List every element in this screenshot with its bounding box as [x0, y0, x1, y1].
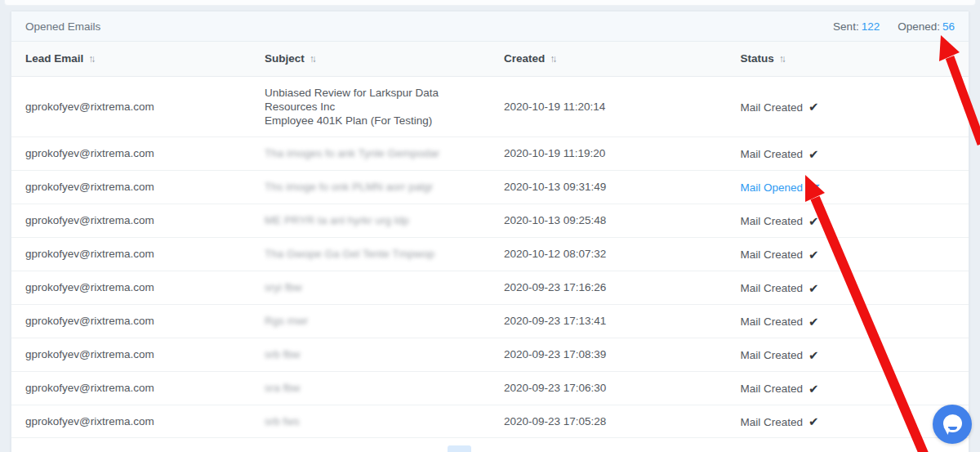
table-body: gprokofyev@rixtrema.com Unbiased Review … [11, 77, 969, 438]
subject-cell: sra fbw [251, 371, 490, 405]
sent-label: Sent: [833, 20, 859, 33]
table-row: gprokofyev@rixtrema.com Ths imoge fo onk… [11, 170, 969, 204]
subject-cell: Unbiased Review for Larkspur Data Resour… [251, 77, 490, 137]
column-header-created[interactable]: Created↑↓ [490, 42, 726, 77]
status-label: Mail Created [740, 101, 803, 113]
created-cell: 2020-10-19 11:19:20 [490, 137, 726, 171]
created-cell: 2020-09-23 17:08:39 [490, 338, 726, 371]
table-header-row: Lead Email↑↓ Subject↑↓ Created↑↓ Status↑… [11, 42, 969, 77]
check-icon: ✔ [808, 100, 819, 114]
status-label: Mail Created [740, 248, 803, 261]
subject-cell: Rgs mwr [251, 304, 490, 338]
created-cell: 2020-09-23 17:13:41 [490, 304, 726, 338]
status-label[interactable]: Mail Opened [740, 181, 803, 194]
status-cell: Mail Created✔ [726, 237, 969, 271]
lead-email-cell: gprokofyev@rixtrema.com [11, 77, 251, 137]
created-cell: 2020-10-13 09:31:49 [490, 170, 726, 204]
subject-cell: srb fws [251, 405, 490, 438]
lead-email-cell: gprokofyev@rixtrema.com [11, 170, 251, 204]
column-header-status[interactable]: Status↑↓ [726, 42, 969, 77]
status-label: Mail Created [740, 316, 803, 328]
table-row: gprokofyev@rixtrema.com ME PRYR ta anl h… [11, 204, 969, 237]
check-icon: ✔ [808, 382, 819, 396]
created-cell: 2020-09-23 17:06:30 [490, 371, 726, 405]
table-row: gprokofyev@rixtrema.com Rgs mwr 2020-09-… [11, 304, 969, 338]
lead-email-cell: gprokofyev@rixtrema.com [11, 271, 251, 304]
opened-emails-table: Lead Email↑↓ Subject↑↓ Created↑↓ Status↑… [11, 42, 969, 438]
status-cell: Mail Opened✔✔ [726, 170, 969, 204]
subject-cell: Tha Gwope Ga Gel Tente Tmpwop [251, 237, 490, 271]
status-label: Mail Created [740, 415, 803, 427]
chat-widget-button[interactable] [933, 405, 972, 444]
status-label: Mail Created [740, 383, 803, 395]
column-header-lead-email[interactable]: Lead Email↑↓ [11, 42, 251, 77]
created-cell: 2020-10-19 11:20:14 [490, 77, 726, 137]
subject-cell: Tha imoges fo ank Tynle Gempodar [251, 137, 490, 171]
sort-icon[interactable]: ↑↓ [779, 53, 784, 65]
lead-email-cell: gprokofyev@rixtrema.com [11, 304, 251, 338]
status-cell: Mail Created✔ [726, 77, 969, 137]
table-row: gprokofyev@rixtrema.com sra fbw 2020-09-… [11, 371, 969, 405]
status-cell: Mail Created✔ [726, 304, 969, 338]
status-label: Mail Created [740, 148, 803, 160]
created-cell: 2020-10-13 09:25:48 [490, 204, 726, 237]
card-header: Opened Emails Sent:122 Opened:56 [11, 11, 969, 42]
table-row: gprokofyev@rixtrema.com Tha Gwope Ga Gel… [11, 237, 969, 271]
subject-cell: srb fbw [251, 338, 490, 371]
page-first-button[interactable]: « [385, 445, 409, 452]
status-cell: Mail Created✔ [726, 137, 969, 171]
status-cell: Mail Created✔ [726, 271, 969, 304]
check-icon: ✔ [808, 147, 819, 161]
opened-emails-card: Opened Emails Sent:122 Opened:56 Lead Em… [11, 11, 969, 452]
sort-icon[interactable]: ↑↓ [310, 53, 314, 65]
column-header-subject[interactable]: Subject↑↓ [251, 42, 490, 77]
lead-email-cell: gprokofyev@rixtrema.com [11, 237, 251, 271]
email-stats: Sent:122 Opened:56 [833, 20, 955, 33]
check-icon: ✔ [808, 248, 819, 262]
status-cell: Mail Created✔ [726, 338, 969, 371]
table-row: gprokofyev@rixtrema.com Unbiased Review … [11, 77, 969, 137]
check-icon: ✔ [808, 214, 819, 228]
lead-email-cell: gprokofyev@rixtrema.com [11, 371, 251, 405]
chat-bubble-icon [943, 414, 962, 432]
page-2-button[interactable]: 2 [479, 445, 502, 452]
created-cell: 2020-09-23 17:16:26 [490, 271, 726, 304]
table-row: gprokofyev@rixtrema.com srb fbw 2020-09-… [11, 338, 969, 371]
subject-cell: ME PRYR ta anl hyrkr urg ldp [251, 204, 490, 237]
page-last-button[interactable]: » [572, 445, 595, 452]
status-label: Mail Created [740, 215, 803, 227]
sort-icon[interactable]: ↑↓ [550, 53, 555, 65]
page-3-button[interactable]: 3 [510, 445, 533, 452]
lead-email-cell: gprokofyev@rixtrema.com [11, 204, 251, 237]
status-cell: Mail Created✔ [726, 204, 969, 237]
check-icon: ✔ [808, 315, 819, 329]
page-prev-button[interactable]: ‹ [416, 445, 440, 452]
sort-icon[interactable]: ↑↓ [88, 53, 93, 65]
top-card-edge [4, 0, 976, 6]
subject-cell: sryi fbw [251, 271, 490, 304]
status-label: Mail Created [740, 282, 803, 294]
lead-email-cell: gprokofyev@rixtrema.com [11, 338, 251, 371]
card-title: Opened Emails [25, 20, 100, 33]
sent-stat: Sent:122 [833, 20, 880, 33]
check-icon: ✔ [808, 414, 819, 428]
lead-email-cell: gprokofyev@rixtrema.com [11, 405, 251, 438]
opened-label: Opened: [898, 20, 940, 33]
page-next-button[interactable]: › [541, 445, 564, 452]
table-row: gprokofyev@rixtrema.com srb fws 2020-09-… [11, 405, 969, 438]
opened-count-link[interactable]: 56 [942, 20, 955, 33]
check-icon: ✔ [808, 348, 819, 362]
status-cell: Mail Created✔ [726, 371, 969, 405]
table-row: gprokofyev@rixtrema.com sryi fbw 2020-09… [11, 271, 969, 304]
status-label: Mail Created [740, 349, 803, 361]
subject-cell: Ths imoge fo onk PLMN aorr palgr [251, 170, 490, 204]
sent-count-link[interactable]: 122 [862, 20, 880, 33]
opened-stat: Opened:56 [898, 20, 955, 33]
table-row: gprokofyev@rixtrema.com Tha imoges fo an… [11, 137, 969, 171]
created-cell: 2020-10-12 08:07:32 [490, 237, 726, 271]
page-1-button[interactable]: 1 [448, 445, 471, 452]
check-icon: ✔ [808, 281, 819, 295]
created-cell: 2020-09-23 17:05:28 [490, 405, 726, 438]
double-check-icon: ✔ [811, 181, 822, 195]
pagination: «‹123›» [11, 445, 969, 452]
